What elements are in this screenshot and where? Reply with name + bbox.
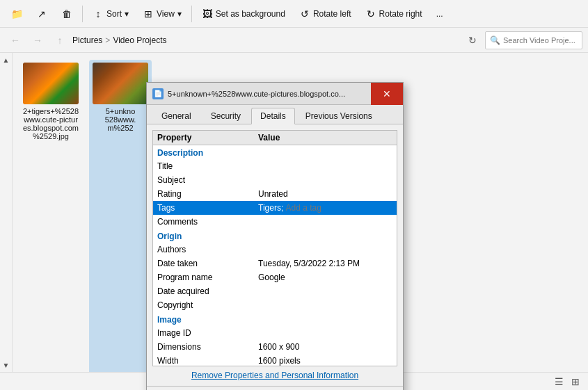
table-row: Authors xyxy=(153,243,397,257)
file-thumbnail xyxy=(23,63,79,104)
prop-tags-value[interactable]: Tigers; xyxy=(254,201,397,215)
table-row: Width 1600 pixels xyxy=(153,354,397,366)
prop-image-id-label: Image ID xyxy=(153,326,254,340)
prop-copyright-value xyxy=(254,298,397,312)
sort-button[interactable]: ↕ Sort ▾ xyxy=(87,6,134,22)
dialog-close-button[interactable]: ✕ xyxy=(371,83,403,105)
file-item[interactable]: 2+tigers+%2528www.cute-pictures.blogspot… xyxy=(19,60,82,383)
view-icon: ⊞ xyxy=(143,8,154,19)
address-bar: ← → ↑ Pictures > Video Projects ↻ 🔍 xyxy=(0,28,588,53)
prop-comments-value xyxy=(254,215,397,229)
prop-dimensions-value: 1600 x 900 xyxy=(254,340,397,354)
sort-chevron-icon: ▾ xyxy=(125,9,129,19)
tiger-image-1 xyxy=(23,63,79,104)
section-image-label: Image xyxy=(153,312,397,326)
section-image: Image xyxy=(153,312,397,326)
refresh-button[interactable]: ↻ xyxy=(463,31,482,50)
scroll-up-button[interactable]: ▲ xyxy=(0,53,13,67)
section-description: Description xyxy=(153,145,397,160)
prop-date-taken-label: Date taken xyxy=(153,257,254,270)
properties-table-wrapper[interactable]: Property Value Description Title xyxy=(152,130,397,366)
prop-date-acquired-value xyxy=(254,284,397,298)
back-button[interactable]: ← xyxy=(6,31,25,50)
table-row: Date taken Tuesday, 5/3/2022 2:13 PM xyxy=(153,257,397,270)
sort-label: Sort xyxy=(106,9,122,19)
search-icon: 🔍 xyxy=(490,35,500,45)
tab-details[interactable]: Details xyxy=(251,108,295,124)
section-description-label: Description xyxy=(153,145,397,160)
bg-icon: 🖼 xyxy=(202,8,213,19)
tab-security[interactable]: Security xyxy=(202,108,250,124)
dialog-titlebar: 📄 5+unknown+%2528www.cute-pictures.blogs… xyxy=(147,83,403,105)
new-folder-icon: 📁 xyxy=(11,8,22,19)
prop-width-label: Width xyxy=(153,354,254,366)
prop-title-value xyxy=(254,159,397,173)
rotate-right-button[interactable]: ↻ Rotate right xyxy=(360,6,428,22)
section-origin-label: Origin xyxy=(153,229,397,243)
prop-title-label: Title xyxy=(153,159,254,173)
toolbar: 📁 ↗ 🗑 ↕ Sort ▾ ⊞ View ▾ 🖼 Set as backgro… xyxy=(0,0,588,28)
breadcrumb-separator: > xyxy=(105,35,110,45)
separator xyxy=(82,6,83,22)
back-icon: ← xyxy=(10,35,20,46)
tab-previous-versions[interactable]: Previous Versions xyxy=(296,108,381,124)
set-background-button[interactable]: 🖼 Set as background xyxy=(196,6,291,22)
more-label: ... xyxy=(436,9,443,19)
breadcrumb: Pictures > Video Projects xyxy=(72,35,460,45)
list-view-icon: ☰ xyxy=(555,376,564,387)
delete-button[interactable]: 🗑 xyxy=(56,6,78,22)
table-row: Comments xyxy=(153,215,397,229)
prop-rating-value: Unrated xyxy=(254,187,397,201)
table-row: Rating Unrated xyxy=(153,187,397,201)
add-tag-input[interactable] xyxy=(286,203,370,213)
table-row: Program name Google xyxy=(153,270,397,284)
share-button[interactable]: ↗ xyxy=(31,6,53,22)
refresh-icon: ↻ xyxy=(468,35,477,46)
prop-subject-label: Subject xyxy=(153,173,254,187)
sort-icon: ↕ xyxy=(93,8,104,19)
rotate-left-button[interactable]: ↺ Rotate left xyxy=(294,6,357,22)
grid-view-button[interactable]: ⊞ xyxy=(569,375,582,389)
left-scroll: ▲ ▼ xyxy=(0,53,13,372)
up-button[interactable]: ↑ xyxy=(50,31,70,50)
new-folder-button[interactable]: 📁 xyxy=(6,6,28,22)
remove-properties-link[interactable]: Remove Properties and Personal Informati… xyxy=(152,371,397,380)
folder-link[interactable]: Video Projects xyxy=(113,35,166,45)
properties-dialog: 📄 5+unknown+%2528www.cute-pictures.blogs… xyxy=(146,82,404,390)
forward-button[interactable]: → xyxy=(28,31,47,50)
dialog-title: 5+unknown+%2528www.cute-pictures.blogspo… xyxy=(168,90,367,98)
dialog-tabs: General Security Details Previous Versio… xyxy=(147,105,403,124)
prop-comments-label: Comments xyxy=(153,215,254,229)
search-input[interactable] xyxy=(503,36,578,44)
dialog-buttons: OK Cancel Apply xyxy=(147,386,403,390)
table-row: Title xyxy=(153,159,397,173)
prop-dimensions-label: Dimensions xyxy=(153,340,254,354)
table-row: Image ID xyxy=(153,326,397,340)
main-area: ▲ ▼ 2+tigers+%2528www.cute-pictures.blog… xyxy=(0,53,588,390)
rotate-left-label: Rotate left xyxy=(313,9,351,19)
search-box: 🔍 xyxy=(485,31,582,49)
table-row-tags[interactable]: Tags Tigers; xyxy=(153,201,397,215)
close-icon: ✕ xyxy=(383,88,391,99)
file-label: 5+unkno528www.m%252 xyxy=(105,107,136,132)
dialog-icon: 📄 xyxy=(152,88,164,99)
file-item[interactable]: 5+unkno528www.m%252 xyxy=(89,60,152,383)
set-background-label: Set as background xyxy=(216,9,285,19)
tab-general[interactable]: General xyxy=(152,108,200,124)
table-row: Copyright xyxy=(153,298,397,312)
pictures-link[interactable]: Pictures xyxy=(72,35,102,45)
prop-subject-value xyxy=(254,173,397,187)
list-view-button[interactable]: ☰ xyxy=(552,375,566,389)
prop-date-acquired-label: Date acquired xyxy=(153,284,254,298)
scroll-down-button[interactable]: ▼ xyxy=(0,358,13,372)
view-button[interactable]: ⊞ View ▾ xyxy=(137,6,187,22)
tags-value-text: Tigers; xyxy=(258,203,286,213)
delete-icon: 🗑 xyxy=(61,8,72,19)
col-value: Value xyxy=(254,131,397,145)
dialog-content: Property Value Description Title xyxy=(147,124,403,386)
prop-date-taken-value: Tuesday, 5/3/2022 2:13 PM xyxy=(254,257,397,270)
prop-tags-label: Tags xyxy=(153,201,254,215)
more-button[interactable]: ... xyxy=(431,6,449,22)
up-icon: ↑ xyxy=(58,35,63,46)
view-label: View xyxy=(157,9,175,19)
